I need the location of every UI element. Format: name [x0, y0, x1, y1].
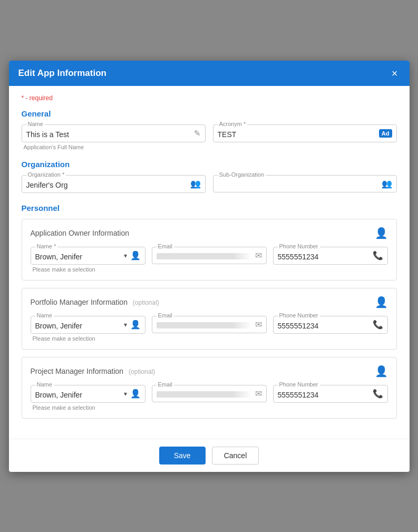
- name-value: This is a Test: [26, 130, 194, 139]
- project-user-icon: 👤: [130, 389, 141, 399]
- portfolio-hint: Please make a selection: [33, 335, 145, 342]
- project-hint: Please make a selection: [33, 404, 145, 411]
- app-owner-phone-icon: 📞: [373, 250, 383, 260]
- general-fields-row: Name This is a Test ✎ Application's Full…: [22, 124, 397, 150]
- edit-app-modal: Edit App Information × * - required Gene…: [9, 61, 410, 472]
- project-phone-group: Phone Number 5555551234 📞: [273, 385, 388, 411]
- required-note: * - required: [22, 94, 397, 102]
- org-section-title: Organization: [22, 160, 397, 169]
- acronym-value: TEST: [218, 130, 376, 139]
- project-dropdown-icon: ▾: [124, 390, 127, 398]
- portfolio-person-icon: 👤: [375, 296, 388, 308]
- suborg-field-group: Sub-Organization 👥: [213, 175, 397, 193]
- personnel-section-title: Personnel: [22, 204, 397, 212]
- project-manager-title: Project Manager Information (optional): [31, 367, 155, 375]
- portfolio-email-wrapper[interactable]: Email ✉: [152, 316, 267, 333]
- suborg-icon: 👥: [382, 179, 392, 189]
- acronym-badge: Ad: [379, 129, 392, 138]
- app-owner-email-wrapper[interactable]: Email ✉: [152, 247, 267, 264]
- portfolio-manager-title: Portfolio Manager Information (optional): [31, 298, 159, 306]
- portfolio-email-label: Email: [157, 312, 174, 318]
- modal-body: * - required General Name This is a Test…: [9, 86, 410, 439]
- project-email-wrapper[interactable]: Email ✉: [152, 385, 267, 402]
- name-hint: Application's Full Name: [24, 144, 206, 150]
- general-section-title: General: [22, 109, 397, 118]
- project-name-value: Brown, Jenifer: [35, 391, 122, 399]
- portfolio-phone-wrapper[interactable]: Phone Number 5555551234 📞: [273, 316, 388, 334]
- app-owner-phone-wrapper[interactable]: Phone Number 5555551234 📞: [273, 247, 388, 265]
- app-owner-email-group: Email ✉: [152, 247, 267, 273]
- app-owner-name-group: Name * Brown, Jenifer ▾ 👤 Please make a …: [31, 247, 145, 273]
- portfolio-user-icon: 👤: [130, 320, 141, 330]
- project-email-group: Email ✉: [152, 385, 267, 411]
- app-owner-person-icon: 👤: [375, 227, 388, 239]
- portfolio-dropdown-icon: ▾: [124, 321, 127, 328]
- portfolio-name-value: Brown, Jenifer: [35, 322, 122, 330]
- org-fields-row: Organization * Jenifer's Org 👥 Sub-Organ…: [22, 175, 397, 193]
- project-phone-wrapper[interactable]: Phone Number 5555551234 📞: [273, 385, 388, 403]
- modal-header: Edit App Information ×: [9, 61, 410, 86]
- project-name-wrapper[interactable]: Name Brown, Jenifer ▾ 👤: [31, 385, 145, 403]
- project-email-label: Email: [157, 381, 174, 388]
- project-person-icon: 👤: [375, 365, 388, 378]
- org-icon: 👥: [190, 179, 201, 189]
- portfolio-manager-card: Portfolio Manager Information (optional)…: [22, 288, 397, 350]
- portfolio-phone-label: Phone Number: [278, 312, 320, 318]
- project-email-value: [157, 391, 252, 398]
- name-label: Name: [26, 121, 45, 127]
- acronym-field-group: Acronym * TEST Ad: [213, 124, 397, 150]
- acronym-field-wrapper[interactable]: Acronym * TEST Ad: [213, 124, 397, 142]
- app-owner-fields: Name * Brown, Jenifer ▾ 👤 Please make a …: [31, 247, 388, 273]
- portfolio-email-value: [157, 322, 252, 328]
- org-field-wrapper[interactable]: Organization * Jenifer's Org 👥: [22, 175, 206, 193]
- org-label: Organization *: [26, 171, 66, 178]
- edit-icon: ✎: [194, 129, 201, 138]
- project-email-icon: ✉: [255, 389, 262, 399]
- app-owner-dropdown-icon: ▾: [124, 252, 127, 259]
- portfolio-phone-group: Phone Number 5555551234 📞: [273, 316, 388, 342]
- cancel-button[interactable]: Cancel: [212, 447, 259, 465]
- suborg-label: Sub-Organization: [218, 171, 266, 178]
- project-manager-card-header: Project Manager Information (optional) 👤: [31, 365, 388, 378]
- modal-footer: Save Cancel: [9, 439, 410, 472]
- portfolio-name-group: Name Brown, Jenifer ▾ 👤 Please make a se…: [31, 316, 145, 342]
- portfolio-name-wrapper[interactable]: Name Brown, Jenifer ▾ 👤: [31, 316, 145, 334]
- app-owner-card-header: Application Owner Information 👤: [31, 227, 388, 239]
- acronym-label: Acronym *: [218, 121, 248, 127]
- app-owner-name-label: Name *: [35, 243, 58, 249]
- app-owner-name-value: Brown, Jenifer: [35, 253, 122, 261]
- app-owner-title: Application Owner Information: [31, 229, 130, 237]
- project-phone-value: 5555551234: [278, 391, 370, 399]
- close-button[interactable]: ×: [390, 68, 400, 79]
- save-button[interactable]: Save: [159, 447, 206, 465]
- portfolio-email-icon: ✉: [255, 320, 262, 330]
- portfolio-phone-value: 5555551234: [278, 322, 370, 330]
- app-owner-card: Application Owner Information 👤 Name * B…: [22, 219, 397, 280]
- portfolio-name-label: Name: [35, 312, 54, 318]
- portfolio-optional-label: (optional): [133, 299, 159, 306]
- org-field-group: Organization * Jenifer's Org 👥: [22, 175, 206, 193]
- suborg-field-wrapper[interactable]: Sub-Organization 👥: [213, 175, 397, 192]
- project-name-label: Name: [35, 381, 54, 388]
- app-owner-email-icon: ✉: [255, 250, 262, 260]
- app-owner-user-icon: 👤: [130, 250, 141, 260]
- app-owner-hint: Please make a selection: [33, 266, 145, 273]
- app-owner-phone-label: Phone Number: [278, 243, 320, 249]
- name-field-group: Name This is a Test ✎ Application's Full…: [22, 124, 206, 150]
- name-field-wrapper[interactable]: Name This is a Test ✎: [22, 124, 206, 142]
- project-optional-label: (optional): [129, 368, 155, 375]
- app-owner-email-value: [157, 253, 252, 259]
- personnel-section: Personnel Application Owner Information …: [22, 204, 397, 419]
- app-owner-phone-group: Phone Number 5555551234 📞: [273, 247, 388, 273]
- modal-title: Edit App Information: [18, 68, 106, 79]
- project-phone-label: Phone Number: [278, 381, 320, 388]
- portfolio-fields: Name Brown, Jenifer ▾ 👤 Please make a se…: [31, 316, 388, 342]
- app-owner-name-wrapper[interactable]: Name * Brown, Jenifer ▾ 👤: [31, 247, 145, 265]
- project-name-group: Name Brown, Jenifer ▾ 👤 Please make a se…: [31, 385, 145, 411]
- app-owner-email-label: Email: [157, 243, 174, 249]
- portfolio-manager-card-header: Portfolio Manager Information (optional)…: [31, 296, 388, 308]
- project-manager-card: Project Manager Information (optional) 👤…: [22, 357, 397, 419]
- general-section: General Name This is a Test ✎ Applicatio…: [22, 109, 397, 150]
- organization-section: Organization Organization * Jenifer's Or…: [22, 160, 397, 193]
- org-value: Jenifer's Org: [26, 181, 187, 189]
